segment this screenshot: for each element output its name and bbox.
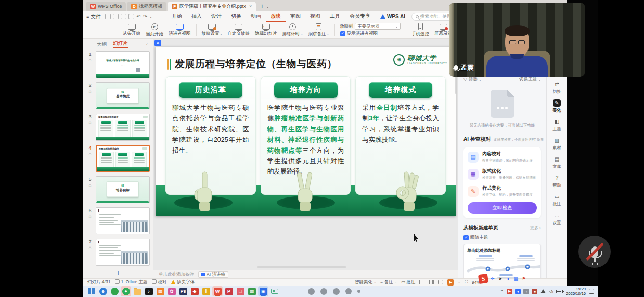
battery-icon[interactable]: [556, 290, 563, 293]
ribbon-tab-会员专享[interactable]: 会员专享: [345, 10, 375, 22]
slide-thumbnail-3[interactable]: 发展历程与培养定位: [96, 114, 150, 141]
ai-check-item[interactable]: ▦版式优化检查对齐、重叠问题，保证布局清晰: [468, 168, 537, 180]
tray-app-icon[interactable]: ■: [532, 289, 537, 294]
ribbon-tab-工具[interactable]: 工具: [325, 10, 345, 22]
slide-thumbnail-5[interactable]: 02培养目标: [96, 176, 150, 203]
save-icon[interactable]: [105, 14, 111, 19]
new-tab-button[interactable]: +: [260, 3, 264, 10]
notes-placeholder[interactable]: 单击此处添加备注: [159, 271, 194, 278]
taskbar-app-icon[interactable]: [86, 286, 97, 296]
slide-thumbnail-1[interactable]: 聊城大学医学院研究生专业介绍· · ·: [96, 51, 150, 78]
tray-expand-icon[interactable]: ⌃: [500, 289, 504, 294]
check-now-button[interactable]: 立即检查: [468, 202, 537, 214]
horizontal-scrollbar[interactable]: [257, 266, 346, 268]
normal-view-icon[interactable]: [419, 280, 424, 284]
more-caret-icon[interactable]: ⌄: [149, 15, 152, 19]
collapse-panel-icon[interactable]: ‹: [146, 42, 148, 47]
undo-icon[interactable]: ↶: [136, 14, 140, 19]
taskbar-app-icon[interactable]: [269, 286, 280, 296]
wifi-icon[interactable]: [540, 289, 546, 293]
comments-toggle[interactable]: ▭ 批注: [401, 279, 415, 286]
redo-icon[interactable]: ↷: [143, 14, 147, 19]
ai-check-item[interactable]: ▤内容校对检查字词错误，保证内容准确无误: [468, 151, 537, 163]
side-tool-美化[interactable]: ✎美化: [547, 98, 567, 114]
sorter-view-icon[interactable]: [429, 280, 434, 284]
fullscreen-icon[interactable]: ⛶: [465, 280, 468, 285]
ai-check-item[interactable]: ✎样式美化检查字体、配色，提升页面美观度: [468, 185, 537, 197]
side-tool-素材[interactable]: ▧素材: [547, 135, 567, 152]
preview-icon[interactable]: [121, 14, 126, 19]
proofread-label[interactable]: 校对: [158, 279, 166, 284]
slideshow-play-button[interactable]: ▶: [447, 279, 454, 286]
smart-beautify-button[interactable]: 智能美化 ⌄: [355, 279, 376, 286]
share-tool-icon[interactable]: ♦: [505, 276, 511, 282]
ribbon-button-演讲者视图[interactable]: 演讲者视图: [169, 23, 191, 37]
ribbon-tab-开始[interactable]: 开始: [167, 10, 187, 22]
app-tab[interactable]: WWPS Office: [86, 2, 126, 11]
share-tool-logo-icon[interactable]: S: [478, 274, 488, 284]
mute-microphone-button[interactable]: [578, 236, 611, 268]
wps-ai-button[interactable]: WPS AI: [380, 14, 405, 19]
ribbon-button-隐藏幻灯片[interactable]: ∕隐藏幻灯片: [255, 23, 277, 37]
ribbon-button-当页开始[interactable]: ▶当页开始: [146, 23, 163, 38]
meeting-video-overlay[interactable]: 孟震: [449, 3, 585, 77]
ribbon-tab-插入[interactable]: 插入: [187, 10, 207, 22]
side-tool-帮助[interactable]: ?帮助: [547, 173, 567, 189]
tab-outline[interactable]: 大纲: [97, 41, 107, 48]
ribbon-tab-审阅[interactable]: 审阅: [286, 10, 305, 22]
taskbar-app-icon[interactable]: □: [235, 286, 246, 296]
volume-icon[interactable]: ◁): [549, 289, 553, 294]
taskbar-app-icon[interactable]: ▣: [258, 286, 268, 296]
side-tool-切换[interactable]: ⇄切换: [547, 79, 567, 95]
reading-view-icon[interactable]: [438, 280, 443, 284]
share-tool-icon[interactable]: ✛: [490, 276, 496, 282]
taskbar-app-icon[interactable]: Ps: [178, 286, 188, 296]
ai-speech-tab[interactable]: AI 演讲稿: [198, 271, 228, 278]
slide-thumbnail-4[interactable]: 发展历程与培养定位: [96, 145, 150, 172]
tray-app-icon[interactable]: ▶: [507, 289, 512, 294]
ribbon-button-放映设置[interactable]: 放映设置⌄: [202, 23, 223, 37]
slide[interactable]: 发展历程与培养定位（生物与医药） ❋ 聊城大学 LIAOCHENG UNIVER…: [156, 47, 456, 216]
ribbon-button-演讲备注[interactable]: 演讲备注⌄: [308, 23, 329, 38]
switch-theme-dropdown[interactable]: 切换主题: [519, 76, 537, 82]
ribbon-button-排练计时[interactable]: 排练计时⌄: [282, 23, 303, 38]
display-target-select[interactable]: 主要显示器⌄: [355, 23, 401, 30]
share-tool-icon[interactable]: ▦: [513, 276, 519, 282]
taskbar-clock[interactable]: 19:29 2025/10/16: [566, 287, 586, 296]
side-tool-主题[interactable]: ◧主题: [547, 117, 567, 133]
tray-app-icon[interactable]: ♀: [523, 289, 529, 294]
missing-font-label[interactable]: 缺失字体: [177, 279, 195, 284]
tray-app-icon[interactable]: ♦: [515, 289, 521, 294]
side-tool-文库[interactable]: ▤文库: [547, 154, 567, 170]
ribbon-tab-视图[interactable]: 视图: [305, 10, 325, 22]
side-tool-设置[interactable]: …设置: [547, 211, 567, 227]
slide-thumbnail-2[interactable]: 01基本情况: [96, 82, 150, 109]
ribbon-tab-设计[interactable]: 设计: [207, 10, 226, 22]
print-icon[interactable]: [113, 14, 119, 19]
cloud-icon[interactable]: [128, 14, 134, 19]
taskbar-app-icon[interactable]: W: [212, 286, 223, 296]
tab-list-caret-icon[interactable]: ⌄: [266, 4, 269, 9]
filter-dropdown[interactable]: 筛选: [469, 76, 478, 82]
slide-thumbnail-6[interactable]: ▍: [96, 207, 150, 234]
notes-toggle[interactable]: ≡ 备注 ⌄: [380, 279, 397, 286]
presenter-view-checkbox[interactable]: ✓: [340, 31, 345, 36]
taskbar-app-icon[interactable]: ▦: [247, 286, 257, 296]
taskbar-app-icon[interactable]: [109, 286, 120, 296]
slide-canvas-area[interactable]: A 发展历程与培养定位（生物与医药） ❋ 聊城大学 LIAOCHENG UNIV: [153, 39, 458, 270]
ribbon-button-从头开始[interactable]: 从头开始: [123, 23, 140, 37]
taskbar-app-icon[interactable]: ▦: [155, 286, 165, 296]
more-link[interactable]: 更多 ›: [530, 225, 541, 231]
ribbon-button-手机遥控[interactable]: 手机遥控: [411, 23, 429, 38]
share-tool-icon[interactable]: ⚑: [521, 276, 527, 282]
ribbon-button-自定义放映[interactable]: 自定义放映: [228, 23, 250, 37]
ribbon-tab-动画[interactable]: 动画: [246, 10, 266, 22]
taskbar-app-icon[interactable]: ●: [121, 286, 131, 296]
wps-assistant-icon[interactable]: A: [154, 40, 161, 46]
tab-slides[interactable]: 幻灯片: [113, 40, 128, 48]
taskbar-app-icon[interactable]: ◆: [189, 286, 200, 296]
theme-name[interactable]: 1_Office 主题: [121, 279, 147, 284]
taskbar-app-icon[interactable]: ♪: [144, 286, 154, 296]
notes-bar[interactable]: 单击此处添加备注 AI 演讲稿: [153, 270, 458, 278]
taskbar-app-icon[interactable]: e: [98, 286, 108, 296]
